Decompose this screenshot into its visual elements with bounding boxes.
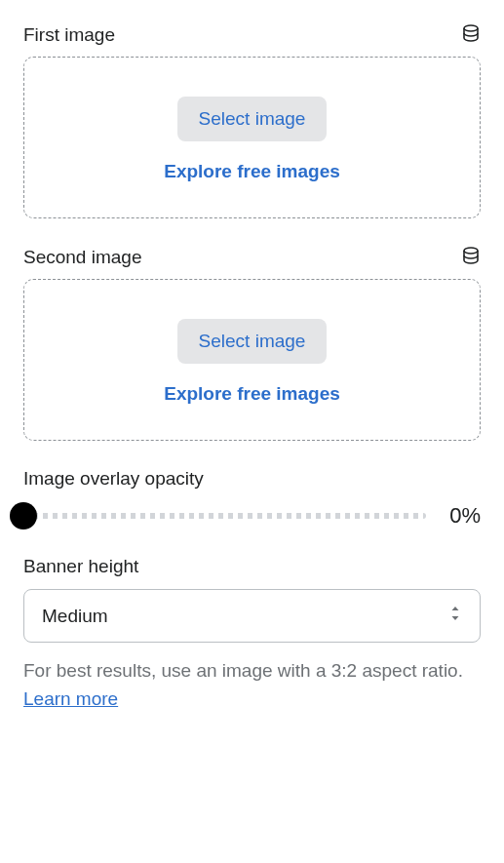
banner-height-select[interactable]: Medium	[23, 589, 481, 643]
banner-height-field: Banner height Medium For best results, u…	[23, 556, 481, 714]
helper-text-content: For best results, use an image with a 3:…	[23, 660, 463, 681]
explore-free-images-link[interactable]: Explore free images	[164, 161, 340, 182]
banner-height-helper: For best results, use an image with a 3:…	[23, 656, 481, 714]
database-icon[interactable]	[461, 23, 481, 47]
banner-height-select-wrapper: Medium	[23, 589, 481, 643]
banner-height-label: Banner height	[23, 556, 138, 576]
svg-point-0	[464, 25, 478, 31]
second-image-field: Second image Select image Explore free i…	[23, 246, 481, 441]
overlay-opacity-slider[interactable]	[23, 513, 426, 519]
overlay-opacity-field: Image overlay opacity 0%	[23, 468, 481, 529]
svg-point-1	[464, 248, 478, 254]
select-image-button[interactable]: Select image	[177, 319, 328, 364]
overlay-opacity-value: 0%	[442, 503, 481, 529]
first-image-dropzone[interactable]: Select image Explore free images	[23, 57, 481, 218]
learn-more-link[interactable]: Learn more	[23, 688, 118, 709]
second-image-dropzone[interactable]: Select image Explore free images	[23, 279, 481, 441]
explore-free-images-link[interactable]: Explore free images	[164, 383, 340, 405]
overlay-opacity-slider-row: 0%	[23, 503, 481, 529]
overlay-opacity-slider-thumb[interactable]	[10, 502, 37, 530]
first-image-header: First image	[23, 23, 481, 47]
overlay-opacity-label: Image overlay opacity	[23, 468, 204, 489]
second-image-header: Second image	[23, 246, 481, 269]
select-image-button[interactable]: Select image	[177, 97, 328, 141]
select-caret-icon	[448, 604, 462, 628]
banner-height-selected-value: Medium	[42, 606, 108, 627]
database-icon[interactable]	[461, 246, 481, 269]
second-image-label: Second image	[23, 247, 141, 268]
first-image-field: First image Select image Explore free im…	[23, 23, 481, 218]
first-image-label: First image	[23, 24, 115, 46]
